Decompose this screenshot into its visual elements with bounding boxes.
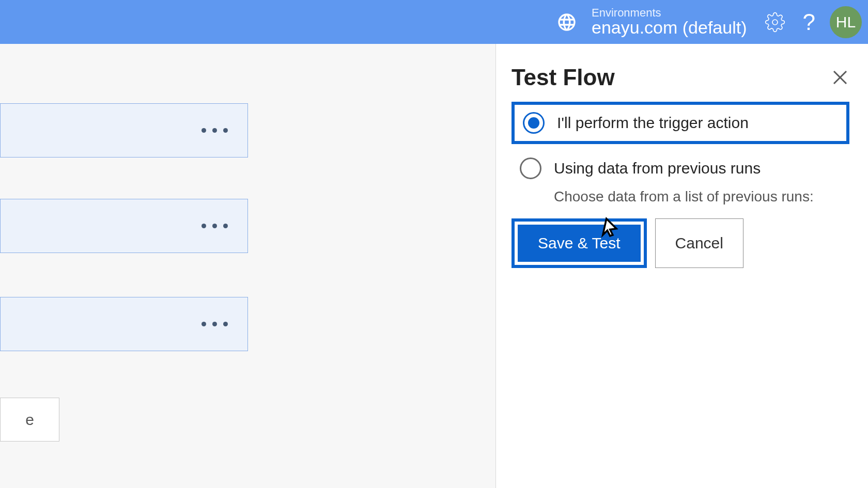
- more-icon[interactable]: [202, 224, 228, 228]
- radio-label: Using data from previous runs: [554, 160, 761, 177]
- radio-icon: [523, 112, 545, 134]
- more-icon[interactable]: [202, 322, 228, 326]
- radio-perform-trigger[interactable]: I'll perform the trigger action: [512, 102, 849, 144]
- cursor-icon: [598, 217, 620, 239]
- radio-previous-subtext: Choose data from a list of previous runs…: [554, 188, 849, 205]
- flow-canvas: e: [0, 44, 496, 488]
- avatar[interactable]: HL: [830, 6, 862, 38]
- gear-icon[interactable]: [762, 9, 788, 36]
- environment-picker[interactable]: Environments enayu.com (default): [554, 7, 747, 37]
- flow-step-card[interactable]: [0, 103, 248, 158]
- environments-label: Environments: [592, 7, 747, 19]
- close-icon[interactable]: [831, 68, 849, 87]
- svg-point-0: [772, 20, 778, 25]
- new-step-button[interactable]: e: [0, 398, 59, 442]
- help-icon[interactable]: ?: [803, 11, 815, 34]
- save-test-button[interactable]: Save & Test: [518, 225, 641, 262]
- environment-value: enayu.com (default): [592, 19, 747, 37]
- test-flow-panel: Test Flow I'll perform the trigger actio…: [496, 44, 868, 488]
- radio-label: I'll perform the trigger action: [557, 114, 749, 132]
- globe-icon: [554, 10, 579, 35]
- flow-step-card[interactable]: [0, 297, 248, 351]
- environment-text: Environments enayu.com (default): [592, 7, 747, 37]
- radio-previous-runs[interactable]: Using data from previous runs: [512, 150, 849, 186]
- app-header: Environments enayu.com (default) ? HL: [0, 0, 868, 44]
- cancel-button[interactable]: Cancel: [655, 218, 743, 268]
- more-icon[interactable]: [202, 128, 228, 133]
- save-test-highlight: Save & Test: [512, 218, 647, 268]
- panel-title: Test Flow: [512, 65, 615, 90]
- radio-icon: [520, 158, 541, 179]
- flow-step-card[interactable]: [0, 199, 248, 253]
